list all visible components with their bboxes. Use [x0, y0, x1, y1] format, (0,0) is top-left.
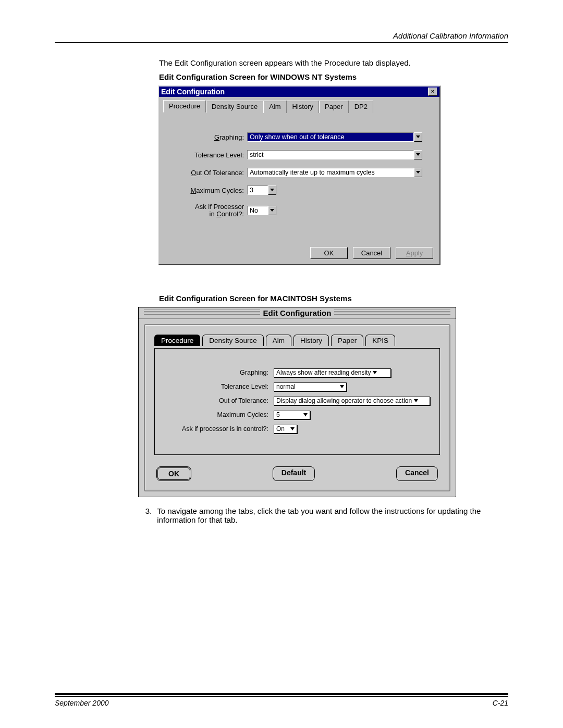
chevron-down-icon — [290, 427, 295, 430]
ok-button[interactable]: OK — [310, 247, 348, 259]
tab-paper[interactable]: Paper — [319, 101, 349, 113]
close-icon[interactable]: × — [428, 88, 437, 96]
select-maxcycles-value: 5 — [274, 411, 310, 419]
tab-history[interactable]: History — [287, 101, 319, 113]
tab-history[interactable]: History — [293, 335, 329, 346]
mac-titlebar: Edit Configuration — [139, 307, 456, 319]
select-tolerance[interactable]: strict — [247, 150, 422, 159]
select-graphing-value: Only show when out of tolerance — [247, 132, 414, 142]
intro-text: The Edit Configuration screen appears wi… — [159, 58, 508, 67]
win-body: Procedure Density Source Aim History Pap… — [159, 97, 439, 264]
footer-rule-thick — [55, 693, 508, 695]
tab-dp2[interactable]: DP2 — [349, 101, 373, 113]
tab-procedure[interactable]: Procedure — [163, 100, 206, 113]
chevron-down-icon — [303, 413, 308, 416]
mac-dialog: Edit Configuration Procedure Density Sou… — [138, 307, 456, 497]
select-max-cycles[interactable]: 5 — [274, 411, 310, 419]
select-tolerance-value: normal — [274, 382, 347, 391]
step-text: To navigate among the tabs, click the ta… — [157, 507, 508, 524]
select-oot-value: Automatically iterate up to maximum cycl… — [247, 168, 414, 177]
select-tolerance-value: strict — [247, 150, 414, 159]
win-tabs: Procedure Density Source Aim History Pap… — [163, 100, 435, 113]
tab-paper[interactable]: Paper — [331, 335, 363, 346]
win-button-row: OK Cancel Apply — [163, 247, 433, 259]
row-tolerance: Tolerance Level: normal — [164, 382, 430, 391]
tab-aim[interactable]: Aim — [263, 101, 286, 113]
label-ask: Ask if processor is in control?: — [164, 425, 274, 433]
select-oot-value: Display dialog allowing operator to choo… — [274, 397, 430, 405]
label-graphing: Graphing: — [163, 133, 247, 141]
footer-rule-thin — [55, 696, 508, 697]
chevron-down-icon[interactable] — [414, 150, 422, 159]
select-graphing[interactable]: Always show after reading density — [274, 368, 391, 377]
select-ask[interactable]: No — [247, 206, 276, 215]
mac-title-text: Edit Configuration — [263, 309, 332, 317]
titlebar-lines-left — [144, 310, 260, 316]
row-out-of-tolerance: Out Of Tolerance: Automatically iterate … — [163, 168, 435, 177]
label-max-cycles: Maximum Cycles: — [163, 187, 247, 194]
row-out-of-tolerance: Out of Tolerance: Display dialog allowin… — [164, 397, 430, 405]
titlebar-lines-right — [334, 310, 450, 316]
header-rule — [55, 42, 508, 43]
apply-button[interactable]: Apply — [396, 247, 433, 259]
chevron-down-icon — [414, 399, 418, 402]
label-graphing: Graphing: — [164, 369, 274, 376]
row-max-cycles: Maximum Cycles: 3 — [163, 186, 435, 195]
step-number: 3. — [139, 507, 157, 524]
content: The Edit Configuration screen appears wi… — [159, 58, 508, 524]
label-out-of-tolerance: Out of Tolerance: — [164, 397, 274, 404]
row-tolerance: Tolerance Level: strict — [163, 150, 435, 159]
select-ask[interactable]: On — [274, 425, 297, 434]
cancel-button[interactable]: Cancel — [353, 247, 390, 259]
row-ask: Ask if Processorin Control?: No — [163, 203, 435, 218]
tab-procedure[interactable]: Procedure — [154, 335, 200, 346]
page: Additional Calibration Information The E… — [0, 0, 563, 728]
cancel-button[interactable]: Cancel — [396, 466, 438, 481]
tab-density-source[interactable]: Density Source — [206, 101, 263, 113]
page-footer: September 2000 C-21 — [55, 693, 508, 707]
mac-tabs: Procedure Density Source Aim History Pap… — [154, 335, 440, 346]
label-tolerance: Tolerance Level: — [164, 383, 274, 390]
label-tolerance: Tolerance Level: — [163, 151, 247, 159]
step-3: 3. To navigate among the tabs, click the… — [139, 507, 508, 524]
tab-density-source[interactable]: Density Source — [202, 335, 264, 346]
tab-aim[interactable]: Aim — [266, 335, 291, 346]
win-dialog: Edit Configuration × Procedure Density S… — [158, 85, 440, 265]
footer-date: September 2000 — [55, 699, 109, 707]
chevron-down-icon — [340, 385, 344, 388]
subhead-windows: Edit Configuration Screen for WINDOWS NT… — [159, 72, 508, 81]
select-graphing[interactable]: Only show when out of tolerance — [247, 132, 422, 142]
default-button[interactable]: Default — [273, 466, 315, 481]
select-max-cycles[interactable]: 3 — [247, 186, 276, 195]
select-out-of-tolerance[interactable]: Display dialog allowing operator to choo… — [274, 397, 430, 405]
select-maxcycles-value: 3 — [247, 186, 268, 195]
select-tolerance[interactable]: normal — [274, 382, 347, 391]
select-ask-value: On — [274, 425, 297, 434]
mac-button-row: OK Default Cancel — [154, 466, 440, 481]
select-ask-value: No — [247, 206, 268, 215]
chevron-down-icon — [373, 371, 377, 374]
row-graphing: Graphing: Always show after reading dens… — [164, 368, 430, 377]
ok-button[interactable]: OK — [156, 466, 191, 481]
label-max-cycles: Maximum Cycles: — [164, 411, 274, 418]
win-title-text: Edit Configuration — [161, 88, 225, 96]
footer-row: September 2000 C-21 — [55, 699, 508, 707]
chevron-down-icon[interactable] — [414, 132, 422, 142]
tab-kpis[interactable]: KPIS — [365, 335, 395, 346]
mac-inner: Procedure Density Source Aim History Pap… — [144, 324, 450, 491]
row-ask: Ask if processor is in control?: On — [164, 425, 430, 434]
mac-tab-panel: Graphing: Always show after reading dens… — [154, 348, 440, 455]
subhead-mac: Edit Configuration Screen for MACINTOSH … — [159, 294, 508, 303]
footer-page-number: C-21 — [493, 699, 508, 707]
page-header: Additional Calibration Information — [55, 31, 508, 40]
row-max-cycles: Maximum Cycles: 5 — [164, 411, 430, 419]
select-graphing-value: Always show after reading density — [274, 368, 391, 377]
win-titlebar: Edit Configuration × — [159, 87, 439, 97]
chevron-down-icon[interactable] — [268, 186, 276, 195]
label-ask: Ask if Processorin Control?: — [163, 203, 247, 218]
row-graphing: Graphing: Only show when out of toleranc… — [163, 132, 435, 142]
select-out-of-tolerance[interactable]: Automatically iterate up to maximum cycl… — [247, 168, 422, 177]
chevron-down-icon[interactable] — [414, 168, 422, 177]
label-out-of-tolerance: Out Of Tolerance: — [163, 169, 247, 177]
chevron-down-icon[interactable] — [268, 206, 276, 215]
